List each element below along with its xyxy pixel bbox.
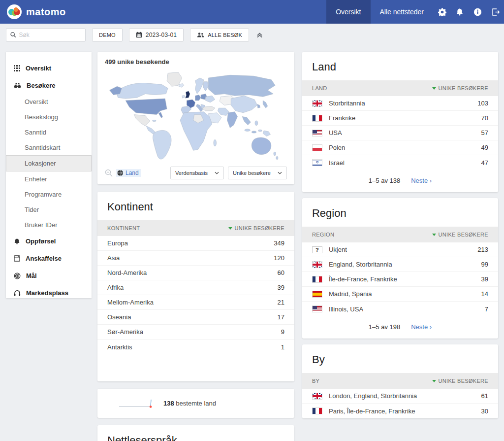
city-flag-icon	[312, 407, 322, 414]
sort-column-header[interactable]: UNIKE BESØKERE	[432, 378, 488, 384]
sidebar-subitems: OversiktBesøksloggSanntidSanntidskartLok…	[6, 94, 92, 233]
search-input[interactable]	[19, 32, 81, 38]
acquisition-window-icon	[14, 255, 20, 262]
matomo-logo[interactable]: matomo	[7, 4, 66, 19]
table-row[interactable]: ? Ukjent 213	[302, 242, 498, 257]
sort-column-header[interactable]: UNIKE BESØKERE	[432, 232, 488, 237]
country-widget: Land LAND UNIKE BESØKERE Storbritannia 1…	[302, 52, 498, 192]
sort-column-header[interactable]: UNIKE BESØKERE	[432, 85, 488, 91]
sidebar-item-oppforsel[interactable]: Oppførsel	[6, 233, 92, 250]
table-row[interactable]: Madrid, Spania 14	[302, 287, 498, 302]
map-title: 499 unike besøkende	[105, 58, 287, 66]
site-selector-button[interactable]: DEMO	[92, 28, 123, 42]
table-header: KONTINENT UNIKE BESØKERE	[97, 220, 294, 236]
sidebar-item-besokere[interactable]: Besøkere	[6, 77, 92, 94]
pagination-range: 1–5 av 138	[369, 177, 400, 184]
matomo-logo-icon	[7, 4, 22, 19]
brand-name: matomo	[26, 6, 66, 18]
grid-icon	[14, 65, 20, 71]
table-row[interactable]: London, England, Storbritannia 61	[302, 389, 498, 404]
table-row[interactable]: Israel 47	[302, 155, 498, 170]
table-row[interactable]: Europa 349	[97, 236, 294, 251]
widget-title: Land	[302, 52, 498, 80]
sidebar-subitem[interactable]: Sanntid	[6, 125, 92, 140]
behavior-bell-icon	[14, 238, 20, 244]
sort-desc-icon	[432, 87, 436, 90]
date-range-button[interactable]: 2023-03-01	[129, 28, 184, 42]
sidebar-item-mal[interactable]: Mål	[6, 267, 92, 284]
table-row[interactable]: Paris, Île-de-France, Frankrike 30	[302, 404, 498, 418]
sidebar-subitem[interactable]: Besøkslogg	[6, 109, 92, 125]
help-info-icon[interactable]	[469, 0, 486, 24]
region-flag-icon	[312, 305, 322, 312]
search-box[interactable]	[6, 28, 86, 42]
table-row[interactable]: USA 57	[302, 126, 498, 140]
table-row[interactable]: Oseania 17	[97, 310, 294, 325]
country-flag-icon	[312, 144, 322, 151]
widget-title: Region	[302, 198, 498, 227]
world-map-choropleth[interactable]	[105, 68, 287, 164]
map-region-link[interactable]: Land	[116, 169, 141, 177]
table-row[interactable]: Mellom-Amerika 21	[97, 295, 294, 310]
table-row[interactable]: Asia 120	[97, 251, 294, 266]
country-flag-icon	[312, 115, 322, 122]
search-icon	[10, 32, 16, 38]
nav-tab-oversikt[interactable]: Oversikt	[326, 0, 370, 24]
table-row[interactable]: England, Storbritannia 99	[302, 257, 498, 272]
table-row[interactable]: Sør-Amerika 9	[97, 325, 294, 339]
sort-desc-icon	[432, 234, 436, 236]
chevron-down-icon	[215, 171, 219, 174]
distinct-countries-label: bestemte land	[176, 400, 216, 407]
table-row[interactable]: Polen 49	[302, 140, 498, 155]
sidebar-item-anskaffelse[interactable]: Anskaffelse	[6, 250, 92, 267]
pagination-next-link[interactable]: Neste ›	[411, 323, 432, 331]
map-view-select[interactable]: Verdensbasis	[170, 167, 224, 179]
map-zoom-out-icon[interactable]	[105, 169, 113, 177]
table-body: ? Ukjent 213 England, Storbritannia 99 Î…	[302, 242, 498, 316]
sidebar-subitem[interactable]: Enheter	[6, 171, 92, 187]
goals-target-icon	[14, 272, 21, 279]
visitor-map-widget: 499 unike besøkende	[97, 52, 294, 184]
collapse-chevrons-icon[interactable]	[256, 32, 263, 38]
table-row[interactable]: Frankrike 70	[302, 111, 498, 126]
region-flag-icon	[312, 276, 322, 283]
table-row[interactable]: Île-de-France, Frankrike 39	[302, 272, 498, 287]
sidebar-item-oversikt[interactable]: Oversikt	[6, 60, 92, 77]
sidebar-item-markedsplass[interactable]: Markedsplass	[6, 284, 92, 302]
sidebar-subitem[interactable]: Bruker IDer	[6, 217, 92, 233]
sidebar-subitem[interactable]: Sanntidskart	[6, 140, 92, 155]
table-body: Europa 349 Asia 120 Nord-Amerika 60 Afri…	[97, 236, 294, 381]
widget-title: By	[302, 344, 498, 373]
pagination-next-link[interactable]: Neste ›	[411, 177, 432, 184]
sort-column-header[interactable]: UNIKE BESØKERE	[228, 225, 284, 231]
table-row[interactable]: Nord-Amerika 60	[97, 266, 294, 280]
sidebar-subitem[interactable]: Lokasjoner	[6, 155, 92, 171]
table-row[interactable]: Storbritannia 103	[302, 96, 498, 111]
table-body: London, England, Storbritannia 61 Paris,…	[302, 389, 498, 418]
nav-tab-alle-nettsteder[interactable]: Alle nettsteder	[371, 0, 434, 24]
pagination: 1–5 av 138 Neste ›	[302, 170, 498, 192]
left-sidebar: Oversikt Besøkere OversiktBesøksloggSann…	[6, 52, 92, 298]
map-metric-select[interactable]: Unike besøkere	[228, 167, 287, 179]
sidebar-subitem[interactable]: Oversikt	[6, 94, 92, 109]
logout-icon[interactable]	[486, 0, 504, 24]
table-header: REGION UNIKE BESØKERE	[302, 227, 498, 242]
marketplace-icon	[14, 290, 21, 296]
sidebar-subitem[interactable]: Programvare	[6, 187, 92, 202]
continent-widget: Kontinent KONTINENT UNIKE BESØKERE Europ…	[97, 192, 294, 381]
settings-gear-icon[interactable]	[433, 0, 451, 24]
sort-desc-icon	[432, 380, 436, 382]
region-flag-icon: ?	[312, 246, 322, 253]
widget-title: Kontinent	[97, 192, 294, 220]
table-row[interactable]: Illinois, USA 7	[302, 302, 498, 316]
table-row[interactable]: Antarktis 1	[97, 339, 294, 354]
region-flag-icon	[312, 261, 322, 268]
distinct-countries-widget: 138 bestemte land	[97, 389, 294, 418]
table-row[interactable]: Afrika 39	[97, 280, 294, 295]
segment-toolbar: DEMO 2023-03-01 ALLE BESØK	[0, 24, 504, 46]
segment-selector-button[interactable]: ALLE BESØK	[190, 28, 249, 42]
notifications-bell-icon[interactable]	[451, 0, 469, 24]
table-header: LAND UNIKE BESØKERE	[302, 80, 498, 96]
pagination-range: 1–5 av 198	[369, 323, 400, 331]
sidebar-subitem[interactable]: Tider	[6, 202, 92, 217]
